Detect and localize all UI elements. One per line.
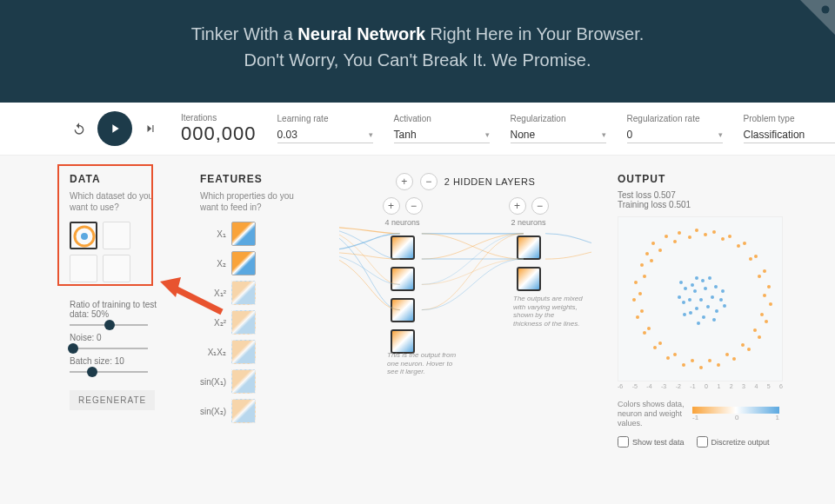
remove-neuron-button[interactable]: −	[405, 197, 423, 215]
regularization-rate-select[interactable]: Regularization rate 0▾	[627, 114, 723, 143]
title-pre: Tinker With a	[191, 24, 298, 43]
svg-point-12	[767, 285, 771, 288]
svg-point-7	[712, 230, 716, 234]
svg-point-5	[678, 231, 681, 235]
svg-point-60	[714, 285, 718, 288]
svg-point-57	[688, 298, 691, 302]
svg-point-55	[706, 305, 710, 308]
github-corner-icon[interactable]	[800, 0, 835, 35]
neuron[interactable]	[517, 235, 541, 260]
svg-point-74	[678, 295, 681, 299]
add-neuron-button[interactable]: +	[383, 197, 400, 215]
chevron-down-icon: ▾	[602, 130, 606, 139]
batch-slider[interactable]: Batch size: 10	[70, 356, 174, 373]
feature-x2sq[interactable]	[231, 310, 256, 335]
neuron[interactable]	[391, 235, 415, 260]
svg-point-38	[760, 313, 764, 316]
reset-button[interactable]	[70, 119, 89, 138]
feature-sinx1[interactable]	[231, 369, 256, 394]
dataset-gauss[interactable]	[70, 255, 97, 282]
svg-point-8	[728, 235, 731, 238]
add-neuron-button[interactable]: +	[509, 197, 526, 215]
show-test-checkbox[interactable]: Show test data	[618, 436, 685, 448]
top-controls: Iterations 000,000 Learning rate 0.03▾ A…	[0, 103, 835, 156]
feature-x1x2[interactable]	[231, 340, 256, 364]
x-axis-ticks: -6-5-4-3-2-10123456	[618, 383, 783, 389]
svg-point-30	[673, 240, 677, 243]
regenerate-button[interactable]: REGENERATE	[70, 390, 155, 410]
neuron[interactable]	[517, 267, 541, 291]
network-header: + − 2 HIDDEN LAYERS	[339, 173, 591, 190]
svg-point-40	[741, 343, 745, 347]
hidden-layer-2: + − 2 neurons	[509, 197, 549, 357]
dataset-xor[interactable]	[103, 222, 130, 249]
svg-point-11	[763, 269, 766, 273]
noise-slider[interactable]: Noise: 0	[70, 333, 174, 349]
learning-rate-select[interactable]: Learning rate 0.03▾	[277, 114, 373, 143]
gradient-bar-icon	[692, 407, 779, 414]
chevron-down-icon: ▾	[718, 130, 723, 139]
feature-sinx2[interactable]	[231, 399, 256, 423]
svg-point-49	[643, 275, 646, 278]
remove-layer-button[interactable]: −	[420, 173, 438, 190]
slider-thumb[interactable]	[87, 367, 97, 377]
discretize-checkbox[interactable]: Discretize output	[697, 436, 770, 448]
hidden-layer-1: + − 4 neurons	[383, 197, 423, 357]
slider-thumb[interactable]	[68, 343, 78, 354]
remove-neuron-button[interactable]: −	[531, 197, 549, 215]
svg-point-71	[712, 318, 716, 322]
svg-point-17	[732, 357, 736, 361]
svg-point-66	[684, 287, 687, 290]
dataset-spiral[interactable]	[103, 255, 130, 282]
slider-thumb[interactable]	[104, 320, 115, 330]
svg-point-36	[758, 275, 761, 278]
feature-x1sq[interactable]	[231, 281, 256, 305]
add-layer-button[interactable]: +	[396, 173, 413, 190]
chevron-down-icon: ▾	[369, 130, 373, 139]
svg-point-67	[695, 276, 698, 280]
test-loss: Test loss 0.507	[618, 190, 800, 200]
problem-type-select[interactable]: Problem type Classification▾	[744, 114, 835, 143]
network-column: + − 2 HIDDEN LAYERS	[339, 173, 591, 448]
output-title: OUTPUT	[618, 173, 800, 185]
regularization-select[interactable]: Regularization None▾	[511, 114, 606, 143]
svg-point-64	[689, 311, 692, 315]
neuron[interactable]	[391, 329, 415, 354]
output-plot	[618, 216, 783, 381]
svg-point-50	[650, 259, 653, 262]
svg-point-13	[769, 302, 772, 306]
feature-x1[interactable]	[231, 222, 256, 246]
svg-point-26	[634, 281, 638, 284]
layer2-label: 2 neurons	[511, 218, 545, 227]
neuron[interactable]	[391, 267, 415, 291]
svg-point-0	[822, 6, 830, 14]
svg-point-16	[747, 348, 751, 351]
dataset-circle[interactable]	[70, 222, 97, 249]
step-button[interactable]	[141, 119, 160, 138]
feature-x2[interactable]	[231, 251, 256, 275]
page-title: Tinker With a Neural Network Right Here …	[0, 21, 835, 73]
svg-point-63	[702, 315, 705, 319]
svg-point-75	[679, 281, 683, 284]
feature-label-x2: X₂	[200, 259, 226, 269]
svg-point-20	[682, 363, 685, 367]
feature-label-x2sq: X₂²	[200, 318, 226, 328]
svg-point-43	[691, 359, 694, 362]
svg-point-54	[711, 295, 714, 299]
svg-point-6	[695, 229, 698, 232]
feature-label-sinx2: sin(X₂)	[200, 407, 226, 416]
activation-select[interactable]: Activation Tanh▾	[394, 114, 490, 143]
svg-point-18	[717, 363, 720, 367]
svg-point-3	[651, 242, 655, 245]
svg-point-52	[693, 289, 697, 293]
neuron[interactable]	[391, 298, 415, 322]
svg-point-72	[697, 322, 700, 325]
svg-point-44	[673, 353, 677, 356]
svg-point-15	[758, 335, 761, 339]
svg-point-69	[721, 289, 725, 293]
play-button[interactable]	[97, 111, 132, 146]
iterations-label: Iterations	[181, 113, 257, 123]
svg-point-9	[743, 242, 746, 245]
features-title: FEATURES	[200, 173, 313, 185]
svg-point-19	[699, 366, 703, 369]
